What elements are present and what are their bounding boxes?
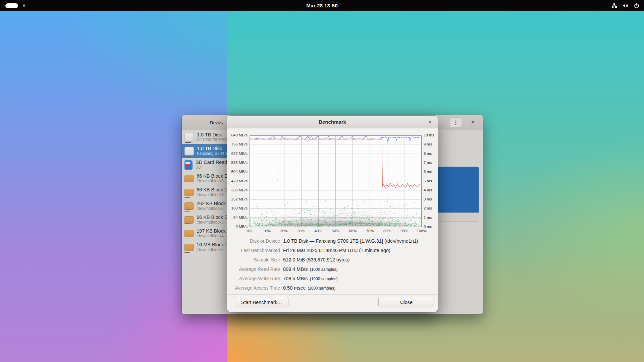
axis-tick: 7 ms [424, 161, 440, 165]
axis-tick: 3 ms [424, 197, 440, 201]
close-icon: × [471, 119, 475, 126]
detail-value: 708.5 MB/s (1000 samples) [283, 276, 337, 281]
axis-tick: 0 MB/s [227, 225, 248, 229]
kebab-menu-icon: ⋮ [453, 119, 459, 126]
detail-note: (1000 samples) [307, 286, 335, 291]
axis-tick: 420 MB/s [227, 179, 248, 183]
axis-tick: 30% [293, 229, 310, 233]
axis-tick: 168 MB/s [227, 206, 248, 210]
axis-tick: 5 ms [424, 179, 440, 183]
axis-tick: 10% [258, 229, 275, 233]
axis-tick: 336 MB/s [227, 188, 248, 192]
dialog-footer: Start Benchmark… Close [227, 294, 438, 312]
detail-note: (1000 samples) [309, 267, 337, 272]
disk-icon [184, 133, 194, 142]
axis-tick: 8 ms [424, 152, 440, 156]
system-status-area[interactable] [611, 3, 639, 8]
axis-tick: 252 MB/s [227, 197, 248, 201]
power-icon[interactable] [634, 3, 639, 8]
detail-value: 0.50 msec (1000 samples) [283, 285, 335, 291]
axis-tick: 756 MB/s [227, 142, 248, 146]
detail-row: Sample Size512.0 MiB (536,870,912 bytes) [234, 257, 431, 266]
axis-tick: 6 ms [424, 170, 440, 174]
benchmark-details: Disk or Device1.0 TB Disk — Fanxiang S70… [234, 238, 431, 295]
detail-label: Average Read Rate [234, 266, 280, 272]
network-wired-icon[interactable] [611, 3, 617, 8]
detail-label: Sample Size [234, 257, 280, 262]
device-title: 1.0 TB Disk [197, 132, 229, 138]
detail-value: Fri 28 Mar 2025 01:48:46 PM UTC (1 minut… [283, 248, 390, 253]
axis-tick: 2 ms [424, 206, 440, 210]
axis-tick: 1 ms [424, 216, 440, 220]
volume-icon[interactable] [623, 3, 629, 8]
detail-label: Average Write Rate [234, 276, 280, 281]
benchmark-chart [250, 135, 422, 227]
disks-close-button[interactable]: × [468, 118, 478, 127]
device-subtitle: CT1000P3PSSD8 [197, 138, 229, 142]
axis-tick: 9 ms [424, 142, 440, 146]
dialog-title: Benchmark [227, 116, 438, 128]
detail-value: 512.0 MiB (536,870,912 bytes) [283, 257, 350, 262]
start-benchmark-button[interactable]: Start Benchmark… [235, 297, 288, 307]
text-caret [350, 257, 350, 262]
close-icon: × [428, 118, 431, 126]
benchmark-dialog: Benchmark × 840 MB/s756 MB/s672 MB/s588 … [227, 116, 438, 312]
axis-tick: 84 MB/s [227, 216, 248, 220]
block-icon [184, 202, 194, 210]
block-icon [184, 189, 194, 196]
block-icon [184, 230, 194, 237]
axis-tick: 0% [241, 229, 258, 233]
block-icon [184, 216, 194, 224]
detail-row: Average Write Rate708.5 MB/s (1000 sampl… [234, 276, 431, 285]
device-subtitle: SD [196, 165, 231, 170]
clock[interactable]: Mar 28 13:50 [0, 3, 644, 8]
detail-note: (1000 samples) [309, 277, 337, 281]
detail-label: Last Benchmarked [234, 248, 280, 253]
axis-tick: 0 ms [424, 225, 440, 229]
device-title: SD Card Reader [196, 160, 231, 165]
axis-tick: 40% [310, 229, 327, 233]
disk-icon [184, 147, 194, 156]
top-bar: Mar 28 13:50 [0, 0, 644, 11]
detail-row: Disk or Device1.0 TB Disk — Fanxiang S70… [234, 238, 431, 248]
axis-tick: 672 MB/s [227, 152, 248, 156]
close-button[interactable]: Close [378, 297, 434, 307]
detail-label: Average Access Time [234, 285, 280, 291]
detail-value: 809.4 MB/s (1000 samples) [283, 266, 337, 272]
axis-tick: 60% [344, 229, 361, 233]
axis-tick: 90% [396, 229, 413, 233]
dialog-close-button[interactable]: × [425, 117, 434, 127]
desktop: Mar 28 13:50 Disks ⋮ × 1.0 TB DiskCT1000… [0, 0, 644, 362]
detail-row: Average Access Time0.50 msec (1000 sampl… [234, 285, 431, 295]
menu-button[interactable]: ⋮ [450, 117, 462, 128]
dialog-headerbar[interactable]: Benchmark × [227, 116, 438, 128]
axis-tick: 100% [413, 229, 430, 233]
axis-tick: 70% [362, 229, 378, 233]
axis-tick: 10 ms [424, 133, 440, 137]
detail-row: Last BenchmarkedFri 28 Mar 2025 01:48:46… [234, 248, 431, 257]
axis-tick: 50% [327, 229, 344, 233]
detail-value: 1.0 TB Disk — Fanxiang S700 1TB [1.W.G.3… [283, 238, 418, 244]
axis-tick: 840 MB/s [227, 133, 248, 137]
detail-label: Disk or Device [234, 238, 280, 244]
sd-icon [184, 160, 193, 170]
axis-tick: 80% [379, 229, 395, 233]
axis-tick: 20% [276, 229, 292, 233]
axis-tick: 588 MB/s [227, 161, 248, 165]
block-icon [184, 175, 194, 182]
detail-row: Average Read Rate809.4 MB/s (1000 sample… [234, 266, 431, 276]
axis-tick: 4 ms [424, 188, 440, 192]
axis-tick: 504 MB/s [227, 170, 248, 174]
block-icon [184, 244, 194, 251]
